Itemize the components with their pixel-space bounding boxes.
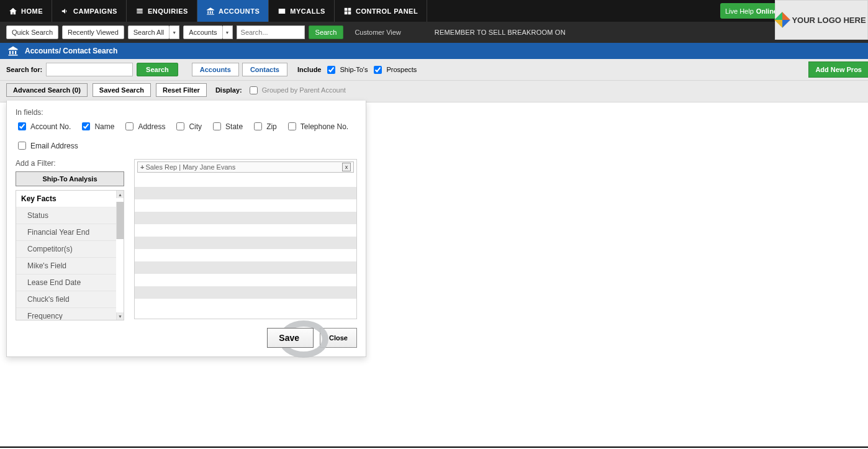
- field-checkbox-row: Account No. Name Address City State Zip …: [16, 120, 357, 152]
- display-label: Display:: [215, 86, 242, 94]
- search-for-label: Search for:: [6, 66, 42, 73]
- search-sub-strip: Advanced Search (0) Saved Search Reset F…: [0, 81, 868, 102]
- prospects-checkbox[interactable]: Prospects: [371, 64, 417, 76]
- field-cb-address[interactable]: Address: [123, 120, 165, 132]
- field-cb-state[interactable]: State: [210, 120, 243, 132]
- bank-icon: [206, 7, 215, 16]
- nav-enquiries[interactable]: ENQUIRIES: [127, 0, 197, 22]
- nav-control-panel[interactable]: CONTROL PANEL: [335, 0, 427, 22]
- nav-accounts-label: ACCOUNTS: [219, 7, 260, 15]
- customer-view-link[interactable]: Customer View: [355, 29, 400, 36]
- quick-search-button[interactable]: Quick Search: [6, 25, 58, 39]
- nav-campaigns[interactable]: CAMPAIGNS: [52, 0, 127, 22]
- recently-viewed-button[interactable]: Recently Viewed: [62, 25, 124, 39]
- saved-search-button[interactable]: Saved Search: [93, 83, 151, 97]
- search-all-dropdown-icon[interactable]: ▼: [170, 25, 179, 39]
- logo-icon: [775, 12, 790, 27]
- add-filter-label: Add a Filter:: [16, 159, 124, 168]
- include-label: Include: [297, 66, 322, 73]
- filter-item-frequency[interactable]: Frequency: [16, 308, 116, 320]
- filter-item-competitors[interactable]: Competitor(s): [16, 241, 116, 258]
- marquee-text: REMEMBER TO SELL BREAKROOM ON: [435, 29, 566, 36]
- search-button[interactable]: Search: [309, 25, 344, 39]
- home-icon: [9, 7, 17, 16]
- search-input[interactable]: [237, 25, 305, 39]
- live-help-label: Live Help: [725, 7, 754, 15]
- filter-group-keyfacts[interactable]: Key Facts: [16, 191, 124, 207]
- shiptos-checkbox[interactable]: Ship-To's: [325, 64, 368, 76]
- top-nav: HOME CAMPAIGNS ENQUIRIES ACCOUNTS MYCALL…: [0, 0, 868, 22]
- contacts-tab[interactable]: Contacts: [242, 63, 287, 76]
- nav-home-label: HOME: [21, 7, 43, 15]
- logo-text: YOUR LOGO HERE: [792, 16, 866, 25]
- accounts-dropdown-icon[interactable]: ▼: [223, 25, 233, 39]
- bank-icon: [7, 45, 19, 57]
- filter-list: ▲ ▼ Key Facts Status Financial Year End …: [16, 190, 124, 320]
- chip-remove-button[interactable]: x: [342, 163, 351, 171]
- id-icon: [278, 7, 286, 16]
- accounts-tab[interactable]: Accounts: [192, 63, 239, 76]
- nav-mycalls-label: MYCALLS: [290, 7, 325, 15]
- nav-campaigns-label: CAMPAIGNS: [73, 7, 117, 15]
- field-cb-zip[interactable]: Zip: [251, 120, 277, 132]
- chip-plus-icon: +: [140, 163, 144, 171]
- scroll-up-arrow[interactable]: ▲: [116, 191, 124, 198]
- toolbar: Quick Search Recently Viewed Search All …: [0, 22, 868, 43]
- search-all-combo[interactable]: Search All: [128, 25, 170, 39]
- add-prospect-button[interactable]: Add New Pros: [808, 61, 868, 78]
- field-cb-city[interactable]: City: [174, 120, 202, 132]
- search-strip: Search for: Search Accounts Contacts Inc…: [0, 59, 868, 81]
- reset-filter-button[interactable]: Reset Filter: [156, 83, 207, 97]
- field-cb-account-no[interactable]: Account No.: [16, 120, 71, 132]
- advanced-search-button[interactable]: Advanced Search (0): [6, 83, 88, 97]
- search-for-input[interactable]: [46, 63, 133, 76]
- search-for-button[interactable]: Search: [137, 63, 178, 76]
- advanced-search-panel: In fields: Account No. Name Address City…: [6, 101, 366, 357]
- shipto-analysis-button[interactable]: Ship-To Analysis: [16, 171, 124, 186]
- close-button[interactable]: Close: [320, 328, 357, 348]
- nav-mycalls[interactable]: MYCALLS: [269, 0, 335, 22]
- page-title: Accounts/ Contact Search: [25, 47, 117, 55]
- scroll-thumb[interactable]: [116, 202, 124, 239]
- nav-control-panel-label: CONTROL PANEL: [356, 7, 418, 15]
- filter-item-fye[interactable]: Financial Year End: [16, 224, 116, 241]
- nav-accounts[interactable]: ACCOUNTS: [197, 0, 269, 22]
- save-button[interactable]: Save: [267, 328, 314, 348]
- live-help-status: Online: [756, 7, 777, 15]
- field-cb-telephone[interactable]: Telephone No.: [286, 120, 348, 132]
- list-icon: [135, 7, 144, 16]
- filter-chip-sales-rep[interactable]: + Sales Rep | Mary Jane Evans x: [137, 161, 354, 173]
- grouped-checkbox[interactable]: Grouped by Parent Account: [247, 84, 346, 96]
- accounts-combo[interactable]: Accounts: [183, 25, 222, 39]
- page-title-bar: Accounts/ Contact Search: [0, 43, 868, 59]
- grid-icon: [343, 7, 352, 16]
- bottom-divider: [0, 447, 868, 448]
- filter-item-lease[interactable]: Lease End Date: [16, 274, 116, 291]
- selected-filters-grid: + Sales Rep | Mary Jane Evans x: [134, 159, 357, 319]
- logo-block: YOUR LOGO HERE: [775, 0, 868, 40]
- in-fields-label: In fields:: [16, 108, 357, 117]
- nav-home[interactable]: HOME: [0, 0, 52, 22]
- bullhorn-icon: [61, 7, 70, 16]
- field-cb-name[interactable]: Name: [79, 120, 114, 132]
- chip-label: Sales Rep | Mary Jane Evans: [145, 163, 341, 171]
- scroll-down-arrow[interactable]: ▼: [116, 312, 124, 320]
- field-cb-email[interactable]: Email Address: [16, 140, 78, 152]
- filter-item-chucks[interactable]: Chuck's field: [16, 291, 116, 308]
- filter-item-mikes[interactable]: Mike's Field: [16, 258, 116, 274]
- filter-item-status[interactable]: Status: [16, 207, 116, 224]
- nav-enquiries-label: ENQUIRIES: [148, 7, 188, 15]
